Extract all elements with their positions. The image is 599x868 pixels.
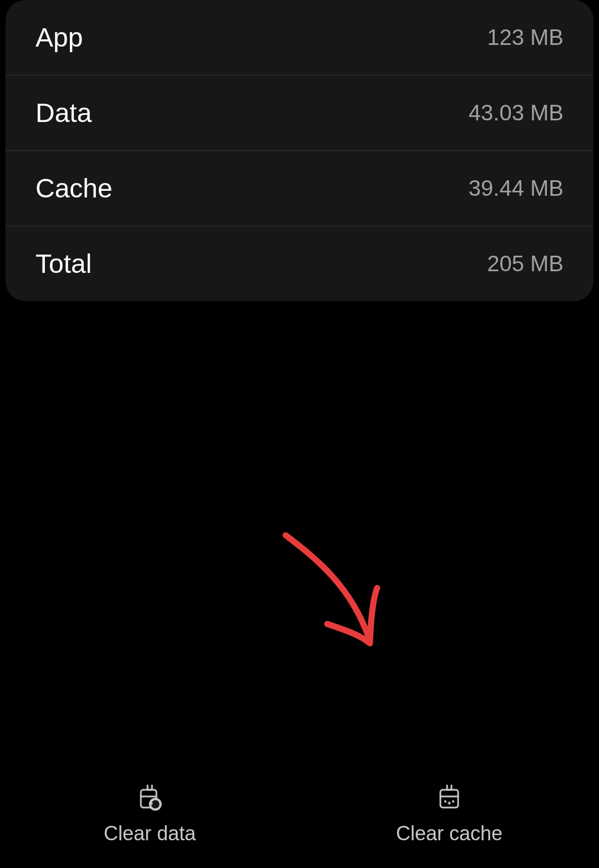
storage-value-cache: 39.44 MB [469, 176, 564, 201]
annotation-arrow-icon [277, 532, 410, 666]
clear-cache-icon [433, 780, 466, 813]
storage-label-app: App [35, 22, 83, 53]
storage-card: App 123 MB Data 43.03 MB Cache 39.44 MB … [6, 0, 593, 301]
storage-row-total: Total 205 MB [6, 226, 593, 301]
storage-label-cache: Cache [35, 173, 113, 204]
clear-cache-label: Clear cache [396, 822, 502, 845]
clear-data-label: Clear data [104, 822, 196, 845]
storage-value-app: 123 MB [487, 25, 564, 50]
bottom-actions: Clear data Clear cache [0, 757, 599, 868]
storage-row-data: Data 43.03 MB [6, 75, 593, 151]
storage-row-cache: Cache 39.44 MB [6, 151, 593, 226]
clear-data-icon [133, 780, 166, 813]
clear-cache-button[interactable]: Clear cache [300, 757, 599, 868]
storage-value-total: 205 MB [487, 251, 564, 276]
storage-value-data: 43.03 MB [469, 100, 564, 125]
clear-data-button[interactable]: Clear data [0, 757, 300, 868]
storage-label-data: Data [35, 98, 92, 128]
storage-row-app: App 123 MB [6, 0, 593, 75]
storage-label-total: Total [35, 248, 92, 279]
